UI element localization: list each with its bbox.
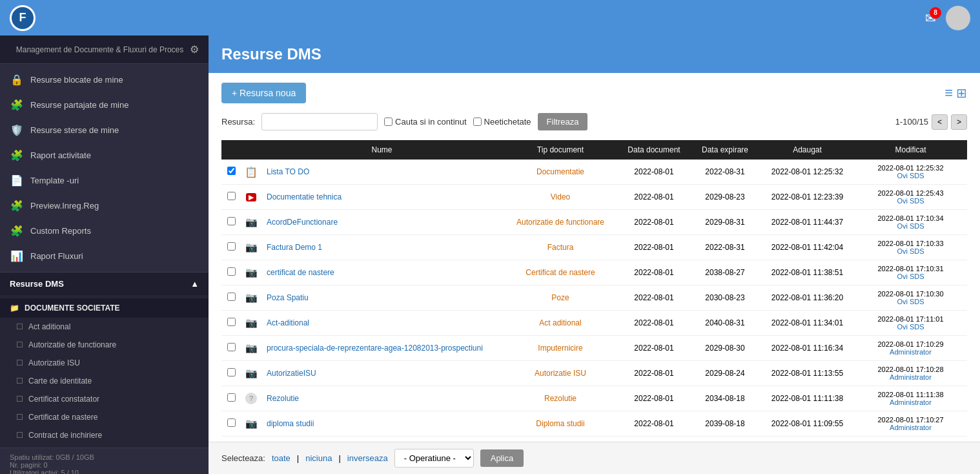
doc-name-link[interactable]: certificat de nastere — [267, 268, 334, 277]
chevron-up-icon: ▲ — [190, 279, 199, 289]
row-adaugat: 2022-08-01 11:42:04 — [761, 235, 854, 260]
doc-name-link[interactable]: Rezolutie — [267, 394, 299, 403]
sidebar-item-template-uri[interactable]: 📄 Template -uri — [0, 168, 209, 193]
view-icons: ≡ ⊞ — [944, 85, 967, 101]
notification-bell[interactable]: ✉ 8 — [925, 10, 936, 26]
pagini-label: Nr. pagini: 0 — [10, 461, 199, 469]
row-data-doc: 2022-08-01 — [618, 311, 689, 336]
operatiune-select[interactable]: - Operatiune - Sterge Descarca Arhiveaza — [394, 449, 474, 468]
sidebar-item-preview-inreg[interactable]: 🧩 Preview.Inreg.Reg — [0, 193, 209, 218]
row-modificat: 2022-08-01 17:10:34Ovi SDS — [854, 210, 967, 235]
row-icon: ? — [241, 386, 261, 411]
row-check[interactable] — [221, 160, 241, 185]
row-name: Rezolutie — [261, 386, 502, 411]
row-tip: Autorizatie ISU — [502, 361, 618, 386]
row-check[interactable] — [221, 285, 241, 311]
selecteaza-inverseaza-link[interactable]: inverseaza — [347, 453, 388, 463]
doc-name-link[interactable]: Documentatie tehnica — [267, 192, 342, 201]
sidebar-doc-autorizatie-functionare[interactable]: ☐ Autorizatie de functionare — [0, 336, 209, 354]
next-page-button[interactable]: > — [951, 114, 967, 130]
sidebar-doc-act-aditional[interactable]: ☐ Act aditional — [0, 318, 209, 336]
sidebar-item-resurse-blocate[interactable]: 🔒 Resurse blocate de mine — [0, 67, 209, 92]
doc-label: Autorizatie de functionare — [28, 340, 116, 349]
row-adaugat: 2022-08-01 11:38:51 — [761, 260, 854, 285]
toolbar: + Resursa noua ≡ ⊞ — [221, 83, 967, 103]
row-check[interactable] — [221, 386, 241, 411]
row-modificat: 2022-08-01 17:10:29Administrator — [854, 336, 967, 361]
doc-name-link[interactable]: Lista TO DO — [267, 167, 309, 176]
doc-name-link[interactable]: Act-aditional — [267, 318, 309, 327]
spatiu-label: Spatiu utilizat: 0GB / 10GB — [10, 453, 199, 461]
col-icon — [241, 140, 261, 160]
row-adaugat: 2022-08-01 11:44:37 — [761, 210, 854, 235]
doc-label: Autorizatie ISU — [28, 358, 80, 367]
doc-name-link[interactable]: Factura Demo 1 — [267, 243, 322, 252]
selecteaza-niciuna-link[interactable]: niciuna — [305, 453, 332, 463]
row-adaugat: 2022-08-01 11:16:34 — [761, 336, 854, 361]
user-avatar[interactable] — [946, 6, 970, 30]
row-tip: Poze — [502, 285, 618, 311]
doc-label: Act aditional — [28, 322, 70, 331]
row-check[interactable] — [221, 411, 241, 437]
doc-name-link[interactable]: procura-speciala-de-reprezentare-agea-12… — [267, 344, 483, 353]
col-tip: Tip document — [502, 140, 618, 160]
row-check[interactable] — [221, 336, 241, 361]
sidebar-item-custom-reports[interactable]: 🧩 Custom Reports — [0, 218, 209, 243]
prev-page-button[interactable]: < — [932, 114, 948, 130]
resurse-dms-section[interactable]: Resurse DMS ▲ — [0, 272, 209, 295]
row-data-exp: 2022-08-31 — [689, 160, 761, 185]
neetichetate-checkbox[interactable] — [473, 118, 482, 126]
sidebar-doc-autorizatie-isu[interactable]: ☐ Autorizatie ISU — [0, 354, 209, 372]
filter-button[interactable]: Filtreaza — [538, 113, 588, 130]
notification-badge: 8 — [930, 7, 941, 19]
separator2: | — [338, 453, 340, 463]
sidebar-footer: Spatiu utilizat: 0GB / 10GB Nr. pagini: … — [0, 448, 209, 474]
row-check[interactable] — [221, 437, 241, 442]
row-check[interactable] — [221, 210, 241, 235]
row-adaugat: 2022-08-01 12:25:32 — [761, 160, 854, 185]
separator1: | — [297, 453, 299, 463]
row-data-exp: 2029-08-23 — [689, 185, 761, 210]
cauta-checkbox[interactable] — [384, 118, 393, 126]
row-check[interactable] — [221, 185, 241, 210]
settings-icon[interactable]: ⚙ — [190, 43, 199, 56]
sidebar-doc-contract-inchiriere[interactable]: ☐ Contract de inchiriere — [0, 426, 209, 444]
selecteaza-toate-link[interactable]: toate — [272, 453, 291, 463]
pagination-info: 1-100/15 < > — [895, 114, 967, 130]
row-data-exp: 2022-08-31 — [689, 235, 761, 260]
sidebar-item-resurse-sterse[interactable]: 🛡️ Resurse sterse de mine — [0, 118, 209, 143]
row-tip: Rezolutie — [502, 386, 618, 411]
sidebar-nav: 🔒 Resurse blocate de mine 🧩 Resurse part… — [0, 64, 209, 272]
sidebar-item-label: Resurse sterse de mine — [30, 125, 119, 135]
sidebar-item-raport-activitate[interactable]: 🧩 Raport activitate — [0, 143, 209, 168]
doc-name-link[interactable]: Poza Spatiu — [267, 293, 309, 302]
list-view-button[interactable]: ≡ — [944, 85, 953, 101]
doc-list-icon: ☐ — [16, 431, 23, 440]
grid-view-button[interactable]: ⊞ — [956, 85, 967, 101]
sidebar-doc-carte-identitate[interactable]: ☐ Carte de identitate — [0, 372, 209, 390]
sidebar-item-raport-fluxuri[interactable]: 📊 Raport Fluxuri — [0, 243, 209, 269]
sidebar-doc-certificat-nastere[interactable]: ☐ Certificat de nastere — [0, 408, 209, 426]
filter-bar: Resursa: Cauta si in continut Neeticheta… — [221, 113, 967, 130]
row-check[interactable] — [221, 361, 241, 386]
row-check[interactable] — [221, 311, 241, 336]
neetichetate-checkbox-label: Neetichetate — [473, 117, 531, 127]
new-resource-button[interactable]: + Resursa noua — [221, 83, 306, 103]
doc-name-link[interactable]: AutorizatieISU — [267, 369, 316, 378]
doc-name-link[interactable]: AcordDeFunctionare — [267, 218, 338, 227]
row-data-exp: 2029-08-24 — [689, 361, 761, 386]
row-check[interactable] — [221, 235, 241, 260]
sidebar-item-label: Resurse blocate de mine — [30, 75, 123, 85]
sidebar-doc-certificat-constatator[interactable]: ☐ Certificat constatator — [0, 390, 209, 408]
doc-list-icon: ☐ — [16, 358, 23, 367]
row-check[interactable] — [221, 260, 241, 285]
doc-name-link[interactable]: diploma studii — [267, 419, 314, 428]
resurse-dms-label: Resurse DMS — [10, 279, 64, 289]
row-data-doc: 2022-08-01 — [618, 235, 689, 260]
cauta-checkbox-label: Cauta si in continut — [384, 117, 467, 127]
resursa-input[interactable] — [261, 113, 378, 130]
row-icon: 📷 — [241, 235, 261, 260]
sidebar-item-resurse-partajate[interactable]: 🧩 Resurse partajate de mine — [0, 92, 209, 118]
table-row: ? Rezolutie Rezolutie 2022-08-01 2034-08… — [221, 386, 967, 411]
aplica-button[interactable]: Aplica — [480, 449, 524, 467]
